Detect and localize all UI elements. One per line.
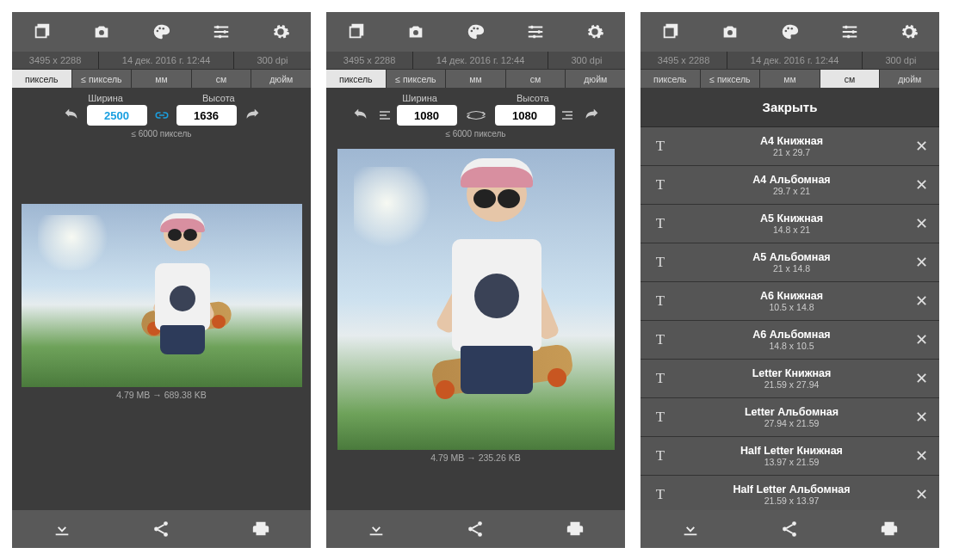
width-input[interactable] [87,105,147,126]
limit-label: ≤ 6000 пиксель [19,129,304,138]
size-info: 4.79 MB → 235.26 KB [430,452,520,463]
meta-dpi[interactable]: 300 dpi [234,52,311,69]
palette-icon[interactable] [152,22,170,41]
unit-tab-mm[interactable]: мм [132,69,192,88]
undo-button[interactable] [59,105,84,126]
meta-dimensions[interactable]: 3495 x 2288 [640,52,727,69]
camera-icon[interactable] [92,22,111,41]
list-item[interactable]: THalf Letter Альбомная21.59 x 13.97✕ [640,476,939,510]
list-item[interactable]: TA5 Книжная14.8 x 21✕ [640,205,939,243]
download-icon[interactable] [367,520,386,538]
share-icon[interactable] [152,520,170,538]
list-item[interactable]: TA5 Альбомная21 x 14.8✕ [640,243,939,282]
gallery-icon[interactable] [347,22,366,41]
meta-row: 3495 x 2288 14 дек. 2016 г. 12:44 300 dp… [12,52,311,69]
screen-resize-proportional: 3495 x 2288 14 дек. 2016 г. 12:44 300 dp… [12,12,311,548]
text-icon: T [647,409,673,426]
svg-point-0 [99,30,104,35]
remove-icon[interactable]: ✕ [910,292,932,311]
unit-tab-mm[interactable]: мм [760,69,820,88]
list-item[interactable]: TLetter Книжная21.59 x 27.94✕ [640,360,939,398]
dimension-editor: Ширина Высота ≤ 6000 пиксель [12,88,311,142]
svg-point-10 [413,30,418,35]
print-icon[interactable] [880,520,899,538]
camera-icon[interactable] [406,22,425,41]
unit-tab-pixel[interactable]: пиксель [640,69,701,88]
svg-point-22 [788,28,790,30]
list-item[interactable]: TA6 Альбомная14.8 x 10.5✕ [640,321,939,360]
share-icon[interactable] [780,520,799,538]
svg-rect-25 [852,30,855,34]
unit-tab-inch[interactable]: дюйм [251,69,311,88]
preset-size-list: TA4 Книжная21 x 29.7✕ TA4 Альбомная29.7 … [640,127,939,510]
size-info: 4.79 MB → 689.38 KB [116,390,206,400]
gear-icon[interactable] [900,22,919,41]
remove-icon[interactable]: ✕ [910,253,932,272]
unit-tab-cm[interactable]: см [192,69,252,88]
meta-dimensions[interactable]: 3495 x 2288 [12,52,99,69]
sliders-icon[interactable] [526,22,545,41]
limit-label: ≤ 6000 пиксель [333,129,618,138]
unit-tab-inch[interactable]: дюйм [880,69,939,88]
link-aspect-icon[interactable] [152,106,171,125]
gallery-icon[interactable] [33,22,52,41]
remove-icon[interactable]: ✕ [910,485,932,504]
list-item[interactable]: TA4 Альбомная29.7 x 21✕ [640,166,939,205]
camera-icon[interactable] [721,22,740,41]
palette-icon[interactable] [780,22,799,41]
unit-tab-maxpixel[interactable]: ≤ пиксель [72,69,133,88]
print-icon[interactable] [566,520,585,538]
gear-icon[interactable] [585,22,604,41]
share-icon[interactable] [466,520,485,538]
remove-icon[interactable]: ✕ [910,369,932,388]
sliders-icon[interactable] [212,22,231,41]
swap-icon[interactable] [462,107,490,124]
svg-point-9 [164,532,169,537]
height-label: Высота [202,93,235,103]
svg-rect-6 [219,35,221,39]
meta-dpi[interactable]: 300 dpi [548,52,625,69]
width-input[interactable] [397,105,457,126]
unit-tab-pixel[interactable]: пиксель [12,69,72,88]
unit-tab-cm[interactable]: см [820,69,881,88]
align-right-icon[interactable] [559,107,576,124]
height-input[interactable] [495,105,555,126]
remove-icon[interactable]: ✕ [910,214,932,233]
unit-tab-pixel[interactable]: пиксель [326,69,387,88]
remove-icon[interactable]: ✕ [910,330,932,349]
download-icon[interactable] [681,520,700,538]
list-item[interactable]: TA4 Книжная21 x 29.7✕ [640,127,939,166]
list-item[interactable]: THalf Letter Книжная13.97 x 21.59✕ [640,437,939,476]
gallery-icon[interactable] [661,22,680,41]
palette-icon[interactable] [466,22,485,41]
unit-tab-cm[interactable]: см [506,69,566,88]
undo-button[interactable] [349,105,373,126]
redo-button[interactable] [240,105,264,126]
unit-tab-maxpixel[interactable]: ≤ пиксель [701,69,761,88]
meta-date[interactable]: 14 дек. 2016 г. 12:44 [727,52,863,69]
preview-area: 4.79 MB → 235.26 KB [326,142,625,510]
remove-icon[interactable]: ✕ [910,137,932,156]
remove-icon[interactable]: ✕ [910,408,932,427]
remove-icon[interactable]: ✕ [910,175,932,194]
unit-tab-mm[interactable]: мм [446,69,506,88]
list-item[interactable]: TA6 Книжная10.5 x 14.8✕ [640,282,939,321]
meta-dimensions[interactable]: 3495 x 2288 [326,52,413,69]
topbar [12,12,311,52]
height-input[interactable] [176,105,237,126]
unit-tab-maxpixel[interactable]: ≤ пиксель [387,69,447,88]
meta-date[interactable]: 14 дек. 2016 г. 12:44 [99,52,234,69]
redo-button[interactable] [579,105,603,126]
bottombar [640,510,939,548]
unit-tab-inch[interactable]: дюйм [566,69,625,88]
sliders-icon[interactable] [840,22,859,41]
remove-icon[interactable]: ✕ [910,446,932,465]
align-left-icon[interactable] [376,107,393,124]
list-item[interactable]: TLetter Альбомная27.94 x 21.59✕ [640,398,939,437]
gear-icon[interactable] [271,22,290,41]
close-button[interactable]: Закрыть [640,88,939,127]
meta-date[interactable]: 14 дек. 2016 г. 12:44 [413,52,548,69]
print-icon[interactable] [251,520,270,538]
meta-dpi[interactable]: 300 dpi [863,52,939,69]
download-icon[interactable] [53,520,71,538]
